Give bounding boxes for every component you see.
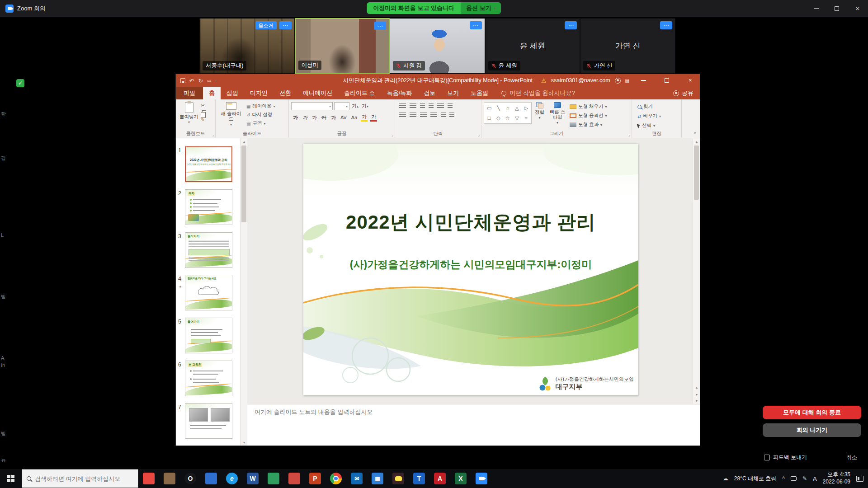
next-slide-icon[interactable]: ▾ <box>693 391 700 398</box>
slide-4-thumbnail[interactable]: 한붓으로 따라 그려보세요 <box>185 275 232 310</box>
mute-badge[interactable]: 음소거 <box>255 21 277 29</box>
change-case-button[interactable]: Aa <box>350 114 358 121</box>
strikethrough-button[interactable]: 가 <box>321 114 327 121</box>
collapse-ribbon-icon[interactable]: ^ <box>694 131 696 136</box>
text-shadow-button[interactable]: 가 <box>330 114 337 121</box>
underline-button[interactable]: 가 <box>311 114 318 121</box>
qat-customize-icon[interactable]: ▾ <box>215 79 217 83</box>
pen-icon[interactable]: ✎ <box>802 475 807 482</box>
align-left-icon[interactable] <box>399 113 406 117</box>
dialog-launcher-icon[interactable]: ⌟ <box>478 133 480 137</box>
redo-icon[interactable]: ↻ <box>198 77 203 84</box>
view-options-button[interactable]: 옵션 보기 ▾ <box>461 2 501 14</box>
scroll-up-icon[interactable]: ▴ <box>241 138 248 145</box>
slide-1-thumbnail[interactable]: 2022년 시민단체운영과 관리 (사)가정을건강하게하는 시민의모임대구지부:… <box>185 146 232 182</box>
tablet-icon[interactable] <box>791 476 797 481</box>
slide-thumbnail-item[interactable]: 7 <box>176 403 240 444</box>
tab-help[interactable]: 도움말 <box>465 87 494 99</box>
scroll-up-icon[interactable]: ▴ <box>693 138 700 145</box>
tab-design[interactable]: 디자인 <box>244 87 274 99</box>
character-spacing-button[interactable]: AV <box>340 114 348 121</box>
thumbnail-panel-scrollbar[interactable]: ▴ ▾ <box>240 138 247 446</box>
bold-button[interactable]: 가 <box>292 114 299 121</box>
share-button[interactable]: 공유 <box>667 87 700 99</box>
format-painter-icon[interactable]: ✎ <box>201 117 206 122</box>
current-slide[interactable]: 2022년 시민단체운영과 관리 (사)가정을건강하게하는 시민의모임대구지부:… <box>303 144 638 395</box>
slide-subtitle[interactable]: (사)가정을건강하게하는 시민의모임대구지부:이정미 <box>303 258 638 272</box>
justify-icon[interactable] <box>430 113 437 117</box>
close-button[interactable]: × <box>847 0 868 17</box>
chrome-icon[interactable] <box>326 469 346 488</box>
ms-store-icon[interactable]: ▦ <box>367 469 388 488</box>
excel-icon[interactable]: X <box>450 469 471 488</box>
dialog-launcher-icon[interactable]: ⌟ <box>212 133 214 137</box>
layout-button[interactable]: ▦레이아웃▾ <box>245 103 276 110</box>
warning-icon[interactable]: ⚠ <box>541 77 547 84</box>
antivirus-app-icon[interactable] <box>138 469 159 488</box>
replace-button[interactable]: ⇄바꾸기▾ <box>636 113 677 120</box>
taskbar-clock[interactable]: 오후 4:35 2022-06-09 <box>823 471 850 485</box>
edge-icon[interactable]: e <box>222 469 242 488</box>
participant-menu-button[interactable]: ⋯ <box>470 21 482 29</box>
increase-font-size-button[interactable]: 가▴ <box>351 102 359 110</box>
ppt-minimize-button[interactable] <box>634 74 653 87</box>
kakaotalk-icon[interactable] <box>388 469 409 488</box>
green-app-icon[interactable] <box>263 469 284 488</box>
font-size-combobox[interactable]: ▾ <box>334 102 349 110</box>
slide-area-scrollbar[interactable]: ▴ ▴ ▾ ▾ <box>693 138 700 404</box>
save-icon[interactable] <box>180 78 185 83</box>
tab-view[interactable]: 보기 <box>441 87 465 99</box>
slide-2-thumbnail[interactable]: 목차 <box>185 189 232 225</box>
end-meeting-for-all-button[interactable]: 모두에 대해 회의 종료 <box>763 406 861 419</box>
tab-file[interactable]: 파일 <box>176 87 203 99</box>
font-name-combobox[interactable]: ▾ <box>291 102 333 110</box>
powerpoint-icon[interactable]: P <box>305 469 326 488</box>
font-color-button[interactable]: 가 <box>370 113 377 122</box>
language-indicator[interactable]: A <box>813 475 817 482</box>
word-icon[interactable]: W <box>242 469 263 488</box>
shape-fill-button[interactable]: 도형 채우기▾ <box>568 103 608 110</box>
slide-thumbnail-item[interactable]: 2 목차 <box>176 189 240 230</box>
slide-thumbnail-item[interactable]: 3 들어가기 <box>176 232 240 273</box>
slide-thumbnail-item[interactable]: 1 2022년 시민단체운영과 관리 (사)가정을건강하게하는 시민의모임대구지… <box>176 146 240 187</box>
new-slide-button[interactable]: 새 슬라이드 ▾ <box>217 101 245 128</box>
select-button[interactable]: 선택▾ <box>636 122 677 129</box>
tab-transitions[interactable]: 전환 <box>274 87 297 99</box>
slide-7-thumbnail[interactable] <box>185 403 232 439</box>
columns-icon[interactable] <box>441 113 446 117</box>
text-direction-icon[interactable] <box>448 103 453 108</box>
ppt-close-button[interactable]: × <box>681 74 700 87</box>
leave-meeting-button[interactable]: 회의 나가기 <box>763 423 861 437</box>
increase-indent-icon[interactable] <box>429 103 434 108</box>
find-button[interactable]: 찾기 <box>636 103 677 110</box>
previous-slide-icon[interactable]: ▴ <box>693 384 700 390</box>
highlight-color-button[interactable]: 가 <box>361 113 368 122</box>
hometax-app-icon[interactable] <box>159 469 180 488</box>
numbering-icon[interactable] <box>410 103 416 108</box>
participant-tile[interactable]: ⋯ 윤 세원 윤 세원 <box>485 18 580 74</box>
bullets-icon[interactable] <box>399 103 406 108</box>
scroll-down-icon[interactable]: ▾ <box>693 398 700 404</box>
decrease-indent-icon[interactable] <box>420 103 425 108</box>
maximize-button[interactable] <box>826 0 847 17</box>
participant-tile[interactable]: 음소거 ⋯ 서종수(대구대) <box>199 18 295 74</box>
tab-insert[interactable]: 삽입 <box>221 87 244 99</box>
outlook-icon[interactable]: ✉ <box>346 469 367 488</box>
tab-review[interactable]: 검토 <box>418 87 441 99</box>
tab-home[interactable]: 홈 <box>203 87 221 99</box>
paste-button[interactable]: 붙여넣기 ▾ <box>177 101 201 126</box>
shapes-gallery[interactable]: ▭ ╲ ○ △ ▷ □ ◇ ☆ ▽ ≡ <box>484 102 532 124</box>
smartart-convert-icon[interactable] <box>449 113 454 117</box>
tab-record[interactable]: 녹음/녹화 <box>381 87 418 99</box>
participant-tile[interactable]: ⋯ 이정미 <box>295 18 390 74</box>
scroll-down-icon[interactable]: ▾ <box>241 439 248 446</box>
action-center-icon[interactable] <box>856 476 863 482</box>
slide-5-thumbnail[interactable]: 들어가기 <box>185 318 232 353</box>
participant-menu-button[interactable]: ⋯ <box>374 22 386 30</box>
minimize-button[interactable] <box>806 0 826 17</box>
decrease-font-size-button[interactable]: 가▾ <box>361 102 369 110</box>
slide-6-thumbnail[interactable]: 본 교육은 <box>185 361 232 396</box>
ppt-maximize-button[interactable] <box>657 74 676 87</box>
tab-animations[interactable]: 애니메이션 <box>297 87 338 99</box>
weather-label[interactable]: 28°C 대체로 흐림 <box>734 475 776 483</box>
